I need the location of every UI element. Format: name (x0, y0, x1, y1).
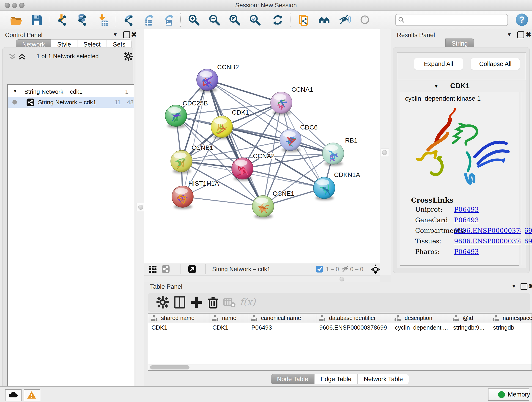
import-table-icon[interactable] (96, 13, 110, 27)
crosslink-link[interactable]: 9606.ENSP00000378699 (454, 227, 532, 235)
left-splitter[interactable] (136, 29, 145, 386)
delete-table-icon[interactable] (223, 296, 236, 308)
table-panel-close-icon[interactable]: ✖ (528, 282, 532, 290)
save-session-icon[interactable] (30, 13, 44, 27)
crosslink-link[interactable]: P06493 (454, 206, 479, 213)
edge-CCNA2-CDKN1A[interactable] (242, 168, 324, 188)
import-network-database-icon[interactable] (75, 13, 89, 27)
control-panel-collapse-icon[interactable]: ▼ (113, 32, 118, 38)
horizontal-splitter[interactable] (144, 275, 380, 282)
grid-view-icon[interactable] (149, 266, 157, 273)
zoom-out-icon[interactable] (207, 13, 222, 27)
import-network-file-icon[interactable] (55, 13, 69, 27)
node-CCNE1[interactable]: CCNE1 (252, 190, 294, 219)
table-options-gear-icon[interactable] (157, 296, 169, 308)
table-cell[interactable]: stringdb (493, 324, 530, 332)
edge-CCNB2-CCNA1[interactable] (207, 80, 281, 103)
crosslink-link[interactable]: P06493 (454, 248, 479, 255)
window-titlebar[interactable]: Session: New Session (0, 0, 532, 11)
table-cell[interactable]: stringdb:9... (453, 324, 488, 332)
node-RB1[interactable]: RB1 (322, 137, 357, 166)
tab-edge-table[interactable]: Edge Table (314, 374, 358, 384)
delete-column-trash-icon[interactable] (207, 296, 219, 308)
edge-CCNB2-CCNE1[interactable] (207, 80, 263, 206)
edge-HIST1H1A-CCNE1[interactable] (183, 197, 263, 206)
crosslink-link[interactable]: 9606.ENSP00000378699 (454, 237, 532, 245)
gene-scrollbar[interactable] (521, 92, 525, 265)
create-column-plus-icon[interactable] (190, 296, 203, 308)
birds-eye-view-icon[interactable] (188, 265, 196, 273)
help-button[interactable]: ? (516, 13, 528, 26)
table-panel-float-icon[interactable] (520, 283, 527, 290)
table-panel-collapse-icon[interactable]: ▼ (511, 283, 516, 289)
collapse-all-networks-icon[interactable] (8, 53, 17, 60)
node-HIST1H1A[interactable]: HIST1H1A (172, 180, 219, 209)
network-options-gear-icon[interactable] (124, 52, 133, 61)
column-header-canonical-name[interactable]: canonical name (248, 313, 317, 323)
table-horizontal-scrollbar[interactable] (148, 364, 532, 370)
table-cell[interactable]: 9606.ENSP00000378699 (319, 324, 390, 332)
edge-CCNB2-RB1[interactable] (207, 80, 333, 153)
export-image-icon[interactable] (162, 13, 176, 27)
selected-nodes-checkbox-icon[interactable] (316, 266, 323, 273)
export-table-icon[interactable] (142, 13, 156, 27)
warnings-button[interactable] (24, 389, 40, 401)
network-row-selected[interactable]: String Network – cdk1 11 48 (8, 97, 134, 108)
crosslink-link[interactable]: P06493 (454, 216, 479, 224)
zoom-in-icon[interactable] (187, 13, 201, 27)
network-view-canvas[interactable]: CCNB2CCNA1CDC25BCDK1CDC6RB1CCNB1CCNA2CDK… (144, 29, 380, 263)
function-builder-icon[interactable]: f(x) (240, 297, 256, 307)
search-input[interactable] (395, 14, 508, 26)
collapse-all-button[interactable]: Collapse All (471, 58, 520, 70)
show-columns-icon[interactable] (173, 296, 186, 308)
column-header-database-identifier[interactable]: database identifier (316, 313, 392, 323)
node-label-CCNE1: CCNE1 (273, 190, 294, 197)
memory-button[interactable]: Memory (488, 389, 529, 401)
open-session-icon[interactable] (9, 13, 23, 27)
export-network-icon[interactable] (121, 13, 136, 27)
zoom-fit-icon[interactable] (228, 13, 242, 27)
table-cell[interactable]: P06493 (251, 324, 315, 332)
network-view-toolbar: String Network – cdk1 1 – 0 0 – 0 (144, 263, 380, 275)
right-splitter-handle[interactable] (380, 148, 389, 157)
fit-content-crosshair-icon[interactable] (371, 264, 380, 274)
node-CCNA1[interactable]: CCNA1 (271, 86, 313, 115)
right-splitter[interactable] (380, 29, 392, 275)
table-cell[interactable]: CDK1 (152, 324, 208, 332)
refresh-view-icon[interactable] (271, 13, 285, 27)
column-header-description[interactable]: description (392, 313, 450, 323)
column-header-namespace[interactable]: namespace (490, 313, 531, 323)
horizontal-splitter-handle[interactable] (340, 277, 344, 281)
zoom-selected-icon[interactable] (248, 13, 262, 27)
results-panel-float-icon[interactable] (517, 32, 524, 38)
control-panel-title: Control Panel (5, 32, 43, 39)
expand-all-button[interactable]: Expand All (414, 58, 463, 70)
expand-all-networks-icon[interactable] (18, 53, 26, 60)
control-panel-float-icon[interactable] (123, 32, 130, 38)
tree-expander-icon[interactable]: ▼ (13, 89, 17, 94)
results-panel-collapse-icon[interactable]: ▼ (507, 32, 512, 38)
gene-section-header[interactable]: ▼ CDK1 (397, 81, 526, 91)
gene-expander-icon[interactable]: ▼ (434, 83, 439, 89)
annotation-icon[interactable] (298, 13, 312, 27)
column-header-name[interactable]: name (209, 313, 248, 323)
table-cell[interactable]: CDK1 (212, 324, 247, 332)
network-type-icon[interactable] (162, 265, 170, 273)
hidden-items-eye-icon[interactable] (341, 265, 350, 273)
column-header-shared-name[interactable]: shared name (148, 313, 209, 323)
hide-selected-icon[interactable] (337, 13, 352, 27)
tab-node-table[interactable]: Node Table (271, 374, 314, 384)
cloud-status-button[interactable] (5, 389, 22, 401)
first-neighbors-icon[interactable] (317, 13, 332, 27)
network-collection-row[interactable]: ▼ String Network – cdk1 1 (8, 87, 134, 97)
table-cell[interactable]: cyclin–dependent ... (395, 324, 449, 332)
column-header--id[interactable]: @id (450, 313, 490, 323)
tab-network-table[interactable]: Network Table (358, 374, 409, 384)
node-CDK1[interactable]: CDK1 (211, 109, 249, 139)
node-CCNB1[interactable]: CCNB1 (171, 144, 213, 173)
table-scrollbar-thumb[interactable] (150, 365, 190, 370)
show-all-icon[interactable] (358, 13, 372, 27)
results-panel-close-icon[interactable]: ✖ (526, 31, 531, 38)
left-splitter-handle[interactable] (137, 203, 145, 211)
node-CDKN1A[interactable]: CDKN1A (313, 171, 360, 200)
